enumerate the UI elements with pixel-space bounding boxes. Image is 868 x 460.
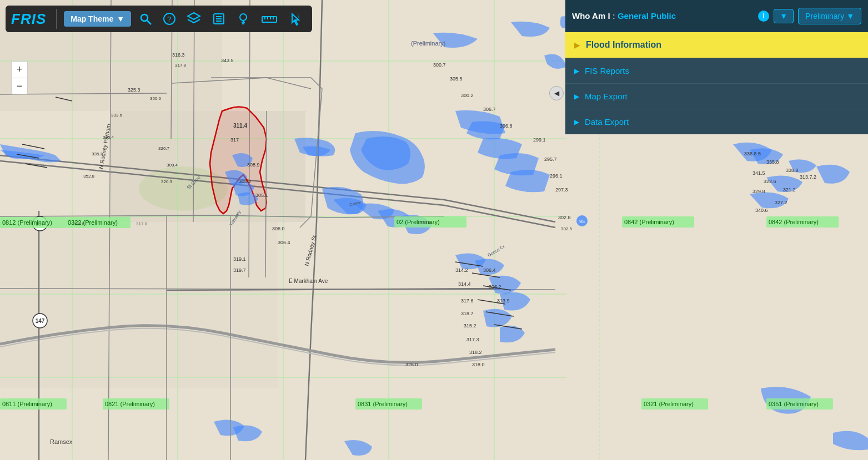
svg-text:343.5: 343.5	[221, 58, 234, 63]
svg-marker-124	[188, 13, 200, 19]
svg-text:329.8: 329.8	[752, 189, 765, 194]
svg-text:02 (Preliminary): 02 (Preliminary)	[397, 219, 440, 225]
data-export-arrow: ▶	[574, 118, 579, 126]
svg-text:319.7: 319.7	[233, 267, 246, 273]
svg-text:312.0: 312.0	[73, 221, 85, 226]
svg-text:302.8: 302.8	[558, 215, 571, 220]
svg-text:(Preliminary): (Preliminary)	[411, 40, 445, 47]
svg-text:333.6: 333.6	[111, 113, 123, 118]
zoom-out-button[interactable]: −	[11, 78, 28, 94]
map-export-row[interactable]: ▶ Map Export	[565, 83, 868, 109]
flood-info-label: Flood Information	[586, 40, 661, 50]
cursor-identify-icon[interactable]: i	[285, 9, 307, 28]
svg-text:300.7: 300.7	[433, 62, 446, 68]
svg-text:352.8: 352.8	[83, 174, 95, 179]
svg-text:311.4: 311.4	[233, 123, 247, 129]
svg-text:335.4: 335.4	[103, 135, 114, 140]
lightbulb-icon[interactable]	[233, 10, 253, 28]
svg-text:i: i	[298, 14, 299, 19]
map-theme-button[interactable]: Map Theme ▼	[64, 11, 131, 27]
svg-text:319.1: 319.1	[233, 256, 246, 262]
svg-text:306.8: 306.8	[500, 123, 513, 129]
who-am-i-dropdown[interactable]: ▼	[774, 9, 794, 23]
svg-text:340.6: 340.6	[755, 208, 768, 213]
svg-text:0821 (Preliminary): 0821 (Preliminary)	[105, 401, 155, 407]
layers-icon[interactable]	[183, 9, 204, 28]
fis-reports-row[interactable]: ▶ FIS Reports	[565, 58, 868, 83]
svg-text:315.2: 315.2	[464, 323, 476, 328]
svg-text:322.6: 322.6	[764, 179, 776, 184]
preliminary-arrow: ▼	[846, 12, 854, 21]
help-icon[interactable]: ?	[160, 11, 179, 27]
preliminary-button[interactable]: Preliminary ▼	[798, 8, 861, 24]
right-panel: Who Am I : General Public i ▼ Preliminar…	[565, 0, 868, 134]
who-am-i-separator: :	[610, 11, 618, 21]
svg-text:306.0: 306.0	[272, 226, 285, 231]
svg-text:297.3: 297.3	[555, 187, 568, 193]
svg-text:314.2: 314.2	[455, 267, 468, 273]
who-am-i-role: General Public	[618, 11, 676, 21]
zoom-in-button[interactable]: +	[11, 61, 28, 78]
svg-text:321.2: 321.2	[783, 187, 796, 193]
flood-info-arrow: ▶	[574, 41, 580, 49]
map-export-arrow: ▶	[574, 93, 579, 100]
svg-text:302.5: 302.5	[561, 226, 573, 231]
svg-text:320.3: 320.3	[161, 179, 173, 184]
svg-text:336.8.5: 336.8.5	[744, 151, 761, 156]
svg-rect-131	[262, 17, 277, 22]
svg-text:95: 95	[579, 219, 585, 224]
svg-text:306.4: 306.4	[278, 240, 290, 245]
svg-text:326.7: 326.7	[158, 146, 170, 151]
svg-text:335.8: 335.8	[766, 159, 779, 165]
svg-text:299.1: 299.1	[533, 137, 546, 143]
svg-text:Ramsex: Ramsex	[50, 438, 73, 445]
svg-text:318.7: 318.7	[461, 311, 474, 316]
svg-text:0842 (Preliminary): 0842 (Preliminary)	[624, 219, 674, 225]
who-am-i-info-icon[interactable]: i	[758, 11, 769, 22]
map-theme-label: Map Theme	[71, 14, 113, 23]
svg-text:0351 (Preliminary): 0351 (Preliminary)	[769, 401, 819, 407]
svg-text:305.1: 305.1	[255, 193, 268, 198]
svg-text:317.0: 317.0	[136, 221, 148, 226]
who-am-i-bar: Who Am I : General Public i ▼ Preliminar…	[565, 0, 868, 32]
flood-information-row[interactable]: ▶ Flood Information	[565, 32, 868, 58]
svg-text:0812 (Preliminary): 0812 (Preliminary)	[2, 219, 52, 226]
svg-text:325.3: 325.3	[128, 87, 141, 93]
svg-text:306.4: 306.4	[483, 267, 496, 273]
list-icon[interactable]	[209, 10, 229, 28]
ruler-icon[interactable]	[258, 10, 281, 28]
who-am-i-text: Who Am I : General Public	[572, 11, 754, 21]
svg-text:314.4: 314.4	[458, 281, 471, 287]
svg-text:350.6: 350.6	[150, 96, 162, 101]
svg-point-120	[141, 14, 148, 21]
toolbar: FRIS Map Theme ▼ ?	[6, 6, 312, 32]
svg-text:317.3: 317.3	[466, 337, 479, 342]
svg-text:309.4: 309.4	[167, 163, 178, 168]
fris-logo: FRIS	[11, 11, 46, 28]
svg-text:0811 (Preliminary): 0811 (Preliminary)	[2, 401, 52, 407]
svg-text:338.8: 338.8	[786, 168, 799, 173]
svg-text:300.2: 300.2	[461, 93, 474, 98]
data-export-label: Data Export	[585, 117, 629, 127]
zoom-controls: + −	[11, 61, 28, 94]
svg-text:318.2: 318.2	[469, 350, 482, 355]
svg-text:306.7: 306.7	[483, 107, 496, 112]
map-theme-arrow: ▼	[117, 14, 124, 23]
map-export-label: Map Export	[585, 92, 628, 101]
chevron-down-icon: ▼	[780, 12, 787, 21]
svg-text:317.6: 317.6	[461, 298, 474, 304]
svg-text:308.9: 308.9	[247, 162, 260, 168]
svg-line-121	[147, 21, 151, 24]
svg-text:0831 (Preliminary): 0831 (Preliminary)	[358, 401, 408, 407]
svg-text:341.5: 341.5	[752, 170, 765, 176]
svg-point-129	[240, 14, 247, 21]
svg-text:E Markham Ave: E Markham Ave	[289, 278, 328, 284]
svg-text:326.0: 326.0	[405, 362, 418, 367]
svg-text:295.7: 295.7	[544, 156, 557, 162]
circle-nav-button[interactable]: ◀	[549, 86, 564, 100]
preliminary-label: Preliminary	[805, 12, 844, 21]
fis-reports-label: FIS Reports	[585, 66, 629, 75]
svg-text:317.8: 317.8	[175, 63, 187, 68]
search-icon[interactable]	[136, 10, 155, 28]
data-export-row[interactable]: ▶ Data Export	[565, 109, 868, 134]
